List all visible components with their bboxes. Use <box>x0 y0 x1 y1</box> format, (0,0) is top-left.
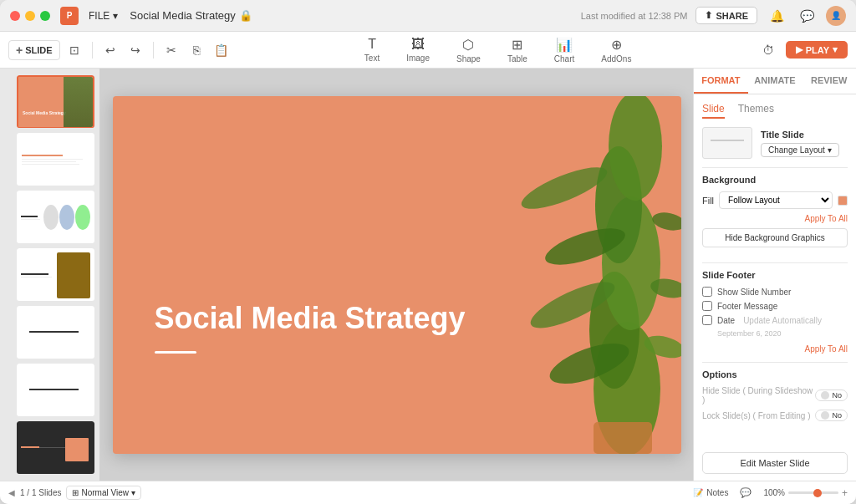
fill-color-dot <box>838 196 848 206</box>
plant-decoration <box>464 96 681 454</box>
edit-master-slide-button[interactable]: Edit Master Slide <box>702 452 848 474</box>
lock-slide-toggle[interactable]: No <box>815 410 848 421</box>
shape-tool-label: Shape <box>456 54 481 64</box>
footer-message-checkbox[interactable] <box>702 301 712 311</box>
date-label: Date <box>717 316 735 325</box>
show-slide-number-checkbox[interactable] <box>702 287 712 297</box>
slide-thumbnail-5[interactable]: 5 <box>17 306 94 359</box>
change-layout-button[interactable]: Change Layout ▾ <box>761 143 839 157</box>
text-tool-label: Text <box>364 53 380 63</box>
bottom-bar-left: ◀ 1 / 1 Slides ⊞ Normal View ▾ <box>8 486 141 500</box>
last-modified-text: Last modified at 12:38 PM <box>581 11 688 21</box>
fill-select[interactable]: Follow Layout <box>719 191 833 209</box>
shape-tool-icon: ⬡ <box>462 37 474 53</box>
hide-slide-row: Hide Slide ( During Slideshow ) No <box>702 386 848 405</box>
zoom-slider-track[interactable] <box>788 491 838 494</box>
slide-thumbnail-4[interactable]: 4 <box>17 248 94 301</box>
notes-button[interactable]: 📝 Notes <box>693 488 728 497</box>
lock-icon: 🔒 <box>239 9 252 22</box>
hide-slide-toggle[interactable]: No <box>815 389 848 401</box>
title-bar: P FILE ▾ Social Media Strategy 🔒 Last mo… <box>0 0 856 32</box>
slide-thumbnail-2[interactable]: 2 <box>17 133 94 186</box>
share-button[interactable]: ⬆ SHARE <box>696 7 757 24</box>
copy-button[interactable]: ⎘ <box>186 39 207 61</box>
comment-bottom-icon[interactable]: 💬 <box>735 482 757 504</box>
notes-label: Notes <box>706 488 728 497</box>
view-label: Normal View <box>81 488 129 497</box>
options-section-title: Options <box>702 362 848 379</box>
total-pages: 1 Slides <box>32 488 62 497</box>
slide-thumbnail-6[interactable]: 6 <box>17 364 94 416</box>
date-checkbox[interactable] <box>702 315 712 325</box>
bottom-bar: ◀ 1 / 1 Slides ⊞ Normal View ▾ 📝 Notes 💬… <box>0 481 856 504</box>
view-selector[interactable]: ⊞ Normal View ▾ <box>66 486 141 500</box>
title-bar-right: Last modified at 12:38 PM ⬆ SHARE 🔔 💬 👤 <box>581 5 846 27</box>
zoom-in-icon[interactable]: + <box>842 487 848 499</box>
redo-button[interactable]: ↪ <box>125 39 146 61</box>
image-tool-icon: 🖼 <box>411 37 425 52</box>
traffic-lights <box>10 11 50 21</box>
panel-content: Slide Themes Title Slide Change Layout ▾ <box>694 94 856 445</box>
notes-icon: 📝 <box>693 488 703 497</box>
footer-section: Show Slide Number Footer Message Date Up… <box>702 287 848 338</box>
close-button[interactable] <box>10 11 20 21</box>
date-row: Date Update Automatically <box>702 315 848 325</box>
chart-tool[interactable]: 📊 Chart <box>548 35 581 65</box>
image-tool-label: Image <box>406 53 430 63</box>
fill-row: Fill Follow Layout <box>702 191 848 209</box>
notification-icon[interactable]: 🔔 <box>766 5 787 27</box>
toolbar: + SLIDE ⊡ ↩ ↪ ✂ ⎘ 📋 T Text 🖼 Image ⬡ Sha <box>0 32 856 69</box>
user-avatar[interactable]: 👤 <box>826 6 846 26</box>
text-tool[interactable]: T Text <box>358 35 386 64</box>
lock-slide-sublabel: ( From Editing ) <box>753 411 811 420</box>
toolbar-left: + SLIDE ⊡ ↩ ↪ ✂ ⎘ 📋 <box>8 39 232 61</box>
footer-message-label: Footer Message <box>717 302 777 311</box>
comment-icon[interactable]: 💬 <box>796 5 818 27</box>
clock-icon[interactable]: ⏱ <box>757 39 779 61</box>
toolbar-separator-1 <box>92 42 93 59</box>
sub-tab-themes[interactable]: Themes <box>738 103 774 119</box>
undo-button[interactable]: ↩ <box>99 39 121 61</box>
file-menu-label: FILE <box>89 10 110 22</box>
cut-button[interactable]: ✂ <box>160 39 182 61</box>
zoom-slider-thumb <box>813 489 822 497</box>
play-button[interactable]: ▶ PLAY ▾ <box>786 41 848 59</box>
update-automatically-label: Update Automatically <box>743 316 822 325</box>
sub-tab-slide[interactable]: Slide <box>702 103 725 119</box>
tab-format[interactable]: FORMAT <box>694 69 748 94</box>
slide-thumbnail-3[interactable]: 3 <box>17 191 94 243</box>
add-slide-button[interactable]: + SLIDE <box>8 40 60 60</box>
layout-name: Title Slide <box>761 130 848 140</box>
slide-thumbnail-1[interactable]: 1 Social Media Strategy <box>17 75 94 128</box>
layout-info: Title Slide Change Layout ▾ <box>761 130 848 157</box>
fill-label: Fill <box>702 196 714 206</box>
slide-underline-decoration <box>155 351 196 354</box>
lock-no-label: No <box>832 411 842 420</box>
addons-tool[interactable]: ⊕ AddOns <box>594 35 638 65</box>
hide-background-button[interactable]: Hide Background Graphics <box>702 228 848 247</box>
slide-thumbnail-7[interactable]: 7 <box>17 421 94 474</box>
file-menu[interactable]: FILE ▾ <box>84 8 123 23</box>
toggle-dot-1 <box>821 391 829 400</box>
apply-all-footer[interactable]: Apply To All <box>702 344 848 354</box>
play-chevron-icon: ▾ <box>833 44 838 55</box>
image-tool[interactable]: 🖼 Image <box>400 35 436 64</box>
show-slide-number-label: Show Slide Number <box>717 288 791 297</box>
minimize-button[interactable] <box>25 11 35 21</box>
app-window: P FILE ▾ Social Media Strategy 🔒 Last mo… <box>0 0 856 504</box>
addons-tool-label: AddOns <box>601 54 631 64</box>
view-chevron-icon: ▾ <box>131 488 135 497</box>
change-layout-label: Change Layout <box>768 145 825 155</box>
prev-page-icon[interactable]: ◀ <box>8 488 15 497</box>
apply-all-background[interactable]: Apply To All <box>702 214 848 223</box>
fit-slide-button[interactable]: ⊡ <box>64 39 85 61</box>
shape-tool[interactable]: ⬡ Shape <box>450 35 487 65</box>
paste-button[interactable]: 📋 <box>211 39 232 61</box>
table-tool[interactable]: ⊞ Table <box>501 35 534 65</box>
tab-animate[interactable]: ANIMATE <box>748 69 802 94</box>
hide-no-label: No <box>832 391 842 400</box>
fullscreen-button[interactable] <box>40 11 50 21</box>
slide-btn-label: SLIDE <box>25 45 52 55</box>
footer-section-title: Slide Footer <box>702 262 848 280</box>
tab-review[interactable]: REVIEW <box>802 69 856 94</box>
